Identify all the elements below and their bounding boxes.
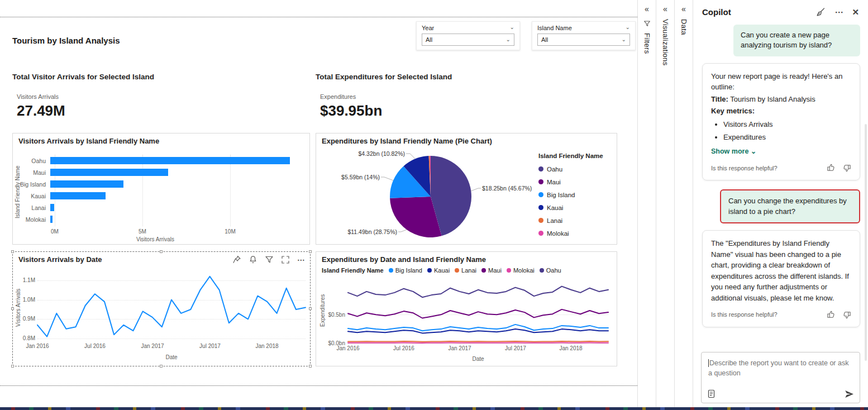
more-options-icon[interactable]: ⋯ bbox=[834, 8, 843, 16]
pane-label-visualizations: Visualizations bbox=[661, 19, 670, 65]
y-tick: $0.5bn bbox=[323, 312, 345, 318]
legend-item[interactable]: Lanai bbox=[538, 214, 603, 227]
legend-item[interactable]: Oahu bbox=[538, 163, 603, 175]
data-pane-collapsed[interactable]: « Data bbox=[674, 0, 693, 410]
line-chart-visual-selected[interactable]: Visitors Arrivals by Date ⋯ Visitors Arr… bbox=[12, 251, 311, 366]
x-tick: Jan 2016 bbox=[26, 343, 49, 349]
filters-pane-collapsed[interactable]: « Filters bbox=[637, 0, 656, 410]
slicer-year[interactable]: Year ⌄ All ⌄ bbox=[416, 21, 520, 50]
line-plot bbox=[37, 273, 306, 342]
kpi-expenditures[interactable]: Total Expenditures for Selected Island E… bbox=[316, 73, 606, 120]
thumbs-up-icon[interactable] bbox=[827, 164, 835, 172]
visitors-arrivals-line[interactable] bbox=[37, 276, 306, 337]
legend-item[interactable]: Big Island bbox=[538, 188, 603, 201]
legend-label: Kauai bbox=[547, 204, 563, 211]
y-tick: 1.0M bbox=[17, 297, 35, 303]
pin-icon[interactable] bbox=[232, 255, 241, 264]
legend-dot bbox=[389, 268, 393, 273]
legend-dot bbox=[538, 231, 543, 236]
chevron-down-icon: ⌄ bbox=[506, 37, 511, 42]
bar[interactable] bbox=[50, 216, 53, 223]
chevron-down-icon: ⌄ bbox=[751, 147, 756, 155]
resize-handle[interactable] bbox=[11, 250, 14, 253]
legend-dot bbox=[538, 179, 543, 184]
x-tick: 0M bbox=[51, 228, 59, 235]
thumbs-up-icon[interactable] bbox=[827, 311, 835, 319]
legend-item[interactable]: Molokai bbox=[507, 267, 535, 274]
bar-chart-visual[interactable]: Visitors Arrivals by Island Friendly Nam… bbox=[12, 133, 310, 245]
slicer-island-name[interactable]: Island Name ⌄ All ⌄ bbox=[532, 21, 636, 50]
resize-handle[interactable] bbox=[11, 365, 14, 368]
multiline-chart-visual[interactable]: Expenditures by Date and Island Friendly… bbox=[316, 251, 617, 366]
bar[interactable] bbox=[50, 204, 54, 211]
send-icon[interactable] bbox=[845, 390, 854, 398]
legend-item[interactable]: Big Island bbox=[389, 267, 422, 274]
close-icon[interactable]: ✕ bbox=[852, 8, 859, 16]
chevron-down-icon[interactable]: ⌄ bbox=[510, 25, 514, 31]
bar[interactable] bbox=[50, 192, 106, 199]
kpi-title: Total Expenditures for Selected Island bbox=[316, 73, 606, 81]
copilot-response-card: Your new report page is ready! Here's an… bbox=[702, 63, 860, 180]
thumbs-down-icon[interactable] bbox=[843, 164, 851, 172]
x-axis-title: Date bbox=[37, 354, 306, 360]
pie-data-label: $5.59bn (14%) bbox=[317, 174, 380, 180]
resize-handle[interactable] bbox=[11, 307, 14, 310]
multiline-plot bbox=[348, 277, 608, 344]
legend-item[interactable]: Kauai bbox=[427, 267, 450, 274]
legend-label: Oahu bbox=[547, 166, 562, 173]
text-caret bbox=[708, 359, 709, 367]
x-tick: Jan 2017 bbox=[448, 345, 471, 351]
series-line-maui[interactable] bbox=[348, 309, 608, 318]
page-title: Tourism by Island Analysis bbox=[12, 36, 120, 45]
more-options-icon[interactable]: ⋯ bbox=[297, 255, 306, 264]
legend-item[interactable]: Maui bbox=[481, 267, 502, 274]
pie-chart-visual[interactable]: Expenditures by Island Friendly Name (Pi… bbox=[316, 133, 617, 245]
expand-pane-icon[interactable]: « bbox=[656, 0, 674, 13]
filter-icon bbox=[643, 20, 651, 27]
legend-item[interactable]: Lanai bbox=[455, 267, 476, 274]
copilot-prompt-input[interactable]: Describe the report you want to create o… bbox=[701, 352, 860, 403]
pie[interactable] bbox=[389, 155, 473, 239]
thumbs-down-icon[interactable] bbox=[843, 311, 851, 319]
legend-item[interactable]: Oahu bbox=[540, 267, 561, 274]
scrollbar[interactable] bbox=[865, 124, 867, 361]
clear-chat-icon[interactable] bbox=[816, 7, 826, 17]
focus-mode-icon[interactable] bbox=[281, 255, 290, 264]
bar-row: Oahu bbox=[18, 155, 301, 166]
visual-toolbar: ⋯ bbox=[232, 255, 306, 264]
visualizations-pane-collapsed[interactable]: « Visualizations bbox=[656, 0, 674, 410]
pie-data-label: $18.25bn (45.67%) bbox=[482, 185, 532, 192]
bar[interactable] bbox=[50, 180, 123, 188]
resize-handle[interactable] bbox=[309, 307, 312, 310]
expand-pane-icon[interactable]: « bbox=[638, 0, 656, 13]
resize-handle[interactable] bbox=[309, 250, 312, 253]
series-line-lanai[interactable] bbox=[348, 341, 608, 342]
kpi-visitor-arrivals[interactable]: Total Visitor Arrivals for Selected Isla… bbox=[12, 73, 303, 120]
slicer-year-dropdown[interactable]: All ⌄ bbox=[422, 34, 514, 46]
user-message: Can you create a new page analyzing tour… bbox=[733, 25, 860, 56]
legend-item[interactable]: Molokai bbox=[538, 227, 603, 240]
legend-item[interactable]: Kauai bbox=[538, 201, 603, 214]
legend-item[interactable]: Maui bbox=[538, 175, 603, 188]
legend-dot bbox=[540, 268, 544, 273]
bar[interactable] bbox=[50, 157, 290, 164]
slicer-island-dropdown[interactable]: All ⌄ bbox=[537, 34, 630, 46]
show-more-link[interactable]: Show more ⌄ bbox=[711, 146, 851, 157]
bar[interactable] bbox=[50, 169, 168, 176]
resize-handle[interactable] bbox=[160, 250, 163, 253]
resize-handle[interactable] bbox=[160, 365, 163, 368]
resize-handle[interactable] bbox=[309, 365, 312, 368]
pie-data-label: $4.32bn (10.82%) bbox=[327, 150, 405, 157]
expand-pane-icon[interactable]: « bbox=[675, 0, 693, 13]
x-tick: Jan 2018 bbox=[255, 343, 278, 349]
filter-icon[interactable] bbox=[265, 255, 274, 264]
prompt-guide-icon[interactable] bbox=[707, 389, 716, 398]
y-tick: 1.1M bbox=[17, 277, 35, 283]
feedback-row: Is this response helpful? bbox=[711, 310, 851, 320]
response-title-label: Title: bbox=[711, 95, 728, 103]
legend-dot bbox=[481, 268, 486, 273]
legend-dot bbox=[538, 192, 543, 197]
series-line-oahu[interactable] bbox=[348, 287, 608, 298]
chevron-down-icon[interactable]: ⌄ bbox=[626, 25, 630, 31]
alert-icon[interactable] bbox=[249, 255, 257, 264]
